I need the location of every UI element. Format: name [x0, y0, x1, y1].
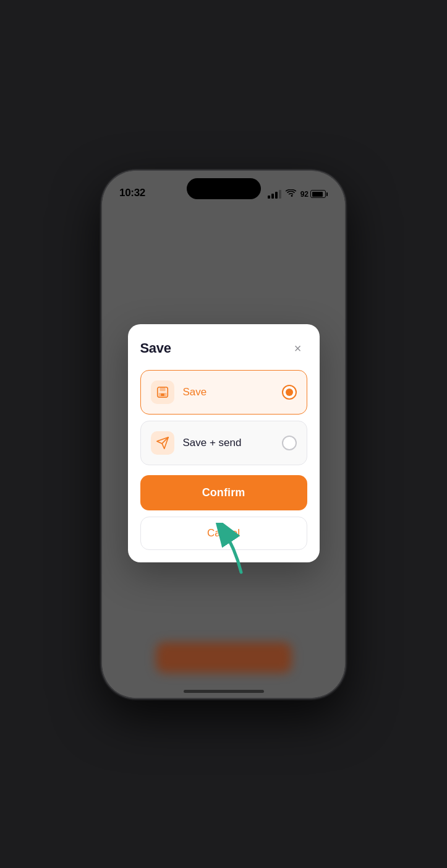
modal-title: Save — [140, 340, 171, 356]
save-send-radio — [282, 436, 297, 450]
screen: 10:32 — [102, 171, 345, 698]
save-send-option[interactable]: Save + send — [140, 421, 307, 465]
save-send-option-icon — [151, 431, 174, 455]
save-option-label: Save — [183, 386, 282, 398]
modal-backdrop: Save × Save — [102, 171, 345, 698]
confirm-button[interactable]: Confirm — [140, 475, 307, 510]
save-option[interactable]: Save — [140, 370, 307, 415]
svg-rect-3 — [161, 393, 164, 396]
save-option-icon — [151, 380, 174, 404]
dynamic-island — [187, 178, 261, 199]
close-button[interactable]: × — [289, 339, 307, 358]
phone-frame: 10:32 — [102, 171, 345, 698]
svg-rect-1 — [160, 387, 165, 391]
modal-header: Save × — [140, 339, 307, 358]
save-send-option-label: Save + send — [183, 437, 282, 449]
cancel-button[interactable]: Cancel — [140, 517, 307, 550]
save-modal: Save × Save — [128, 324, 320, 562]
save-radio — [282, 385, 297, 400]
home-indicator — [184, 690, 264, 693]
